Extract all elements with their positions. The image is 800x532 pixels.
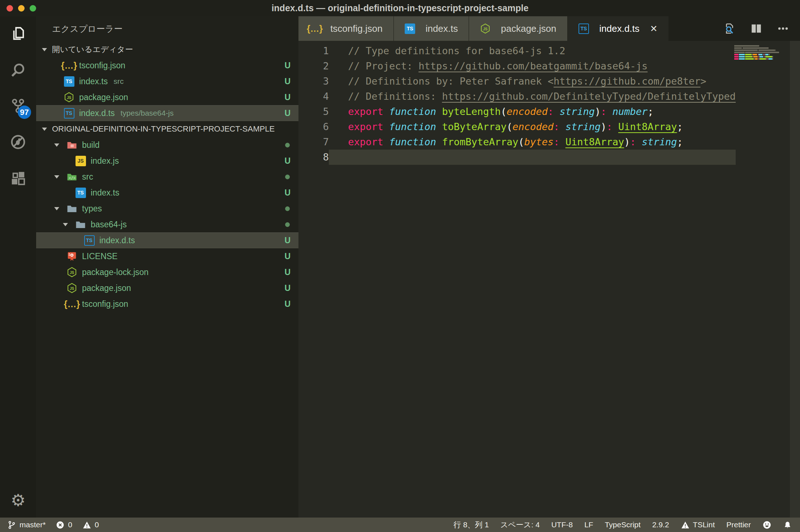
git-modified-dot-badge bbox=[285, 143, 290, 147]
minimap-segment bbox=[759, 58, 759, 60]
folder-plain-icon bbox=[66, 203, 77, 214]
line-number: 4 bbox=[298, 89, 329, 104]
close-tab-icon[interactable]: ✕ bbox=[650, 23, 658, 34]
minimap-segment bbox=[753, 56, 758, 57]
minimap-segment bbox=[734, 47, 742, 49]
activity-bar-item-explorer[interactable] bbox=[0, 16, 36, 52]
status-bar-left: master*00 bbox=[0, 520, 99, 529]
minimap-segment bbox=[775, 50, 776, 51]
activity-bar-item-search[interactable] bbox=[0, 52, 36, 89]
open-editor-item[interactable]: {…}tsconfig.jsonU bbox=[36, 57, 298, 73]
ts-outline-icon: TS bbox=[64, 108, 74, 119]
activity-bar-item-source-control[interactable]: 97 bbox=[0, 89, 36, 125]
status-item-indentation[interactable]: スペース: 4 bbox=[500, 520, 540, 530]
tree-folder-build[interactable]: build bbox=[36, 137, 298, 153]
minimap-segment bbox=[773, 58, 773, 60]
status-item-cursor-position[interactable]: 行 8、列 1 bbox=[453, 520, 489, 530]
git-status-badge: U bbox=[285, 252, 291, 261]
open-editor-item[interactable]: JSpackage.jsonU bbox=[36, 89, 298, 105]
explorer-sidebar: エクスプローラー 開いているエディター{…}tsconfig.jsonUTSin… bbox=[36, 16, 298, 518]
traffic-lights bbox=[7, 5, 36, 12]
status-item-label: Prettier bbox=[726, 520, 751, 529]
npm-icon: JS bbox=[64, 92, 74, 103]
collapse-arrow-icon[interactable] bbox=[42, 48, 47, 51]
debug-icon bbox=[10, 134, 26, 152]
status-item-tslint[interactable]: TSLint bbox=[681, 520, 715, 529]
open-editors-header[interactable]: 開いているエディター bbox=[36, 42, 298, 57]
status-item-label: 0 bbox=[95, 520, 99, 529]
npm-icon: JS bbox=[66, 267, 77, 278]
minimap-segment bbox=[745, 58, 753, 60]
file-label: src bbox=[82, 172, 93, 182]
collapse-arrow-icon[interactable] bbox=[54, 175, 59, 179]
more-actions-icon[interactable] bbox=[777, 22, 789, 35]
status-item-ts-version[interactable]: 2.9.2 bbox=[652, 520, 669, 529]
minimap-segment bbox=[766, 56, 772, 57]
code-line: // Type definitions for base64-js 1.2 bbox=[329, 43, 736, 59]
editor-actions bbox=[723, 16, 800, 41]
tree-file-package-lock.json[interactable]: JSpackage-lock.jsonU bbox=[36, 264, 298, 280]
file-label: package.json bbox=[82, 283, 131, 293]
tree-folder-src[interactable]: </>src bbox=[36, 169, 298, 185]
tree-file-tsconfig.json[interactable]: {…}tsconfig.jsonU bbox=[36, 296, 298, 312]
code-editor[interactable]: 12345678 // Type definitions for base64-… bbox=[298, 41, 800, 518]
line-numbers-gutter: 12345678 bbox=[298, 43, 329, 165]
minimap-segment bbox=[752, 54, 752, 55]
open-editor-item[interactable]: TSindex.tssrcU bbox=[36, 73, 298, 89]
status-item-prettier[interactable]: Prettier bbox=[726, 520, 751, 529]
status-item-git-branch[interactable]: master* bbox=[7, 520, 46, 529]
collapse-arrow-icon[interactable] bbox=[63, 223, 68, 226]
minimap[interactable] bbox=[734, 45, 788, 63]
gear-icon[interactable]: ⚙ bbox=[0, 483, 36, 518]
tab-index.d.ts[interactable]: TSindex.d.ts✕ bbox=[568, 16, 668, 41]
open-preview-icon[interactable] bbox=[723, 22, 736, 35]
split-editor-icon[interactable] bbox=[750, 22, 762, 35]
warning-icon bbox=[82, 520, 91, 529]
ts-icon: TS bbox=[64, 76, 74, 87]
smiley-icon bbox=[762, 520, 771, 529]
tab-package.json[interactable]: JSpackage.json bbox=[469, 16, 567, 41]
tree-file-index.d.ts[interactable]: TSindex.d.tsU bbox=[36, 232, 298, 248]
status-item-language[interactable]: TypeScript bbox=[605, 520, 641, 529]
collapse-arrow-icon[interactable] bbox=[42, 128, 47, 131]
code-line: // Definitions: https://github.com/Defin… bbox=[329, 89, 736, 104]
editor-scrollbar[interactable] bbox=[790, 41, 800, 518]
maximize-window-button[interactable] bbox=[30, 5, 36, 12]
minimap-segment bbox=[759, 56, 759, 57]
activity-bar-item-extensions[interactable] bbox=[0, 161, 36, 197]
status-item-warnings[interactable]: 0 bbox=[82, 520, 99, 529]
extensions-icon bbox=[10, 170, 26, 188]
tree-folder-types[interactable]: types bbox=[36, 201, 298, 216]
tab-index.ts[interactable]: TSindex.ts bbox=[394, 16, 469, 41]
activity-bar-item-debug[interactable] bbox=[0, 125, 36, 161]
tab-tsconfig.json[interactable]: {…}tsconfig.json bbox=[298, 16, 394, 41]
svg-text:JS: JS bbox=[70, 271, 74, 275]
tree-file-index.js[interactable]: JSindex.jsU bbox=[36, 153, 298, 169]
status-item-label: 行 8、列 1 bbox=[453, 520, 489, 530]
tree-file-index.ts[interactable]: TSindex.tsU bbox=[36, 185, 298, 201]
minimize-window-button[interactable] bbox=[18, 5, 25, 12]
tree-folder-base64-js[interactable]: base64-js bbox=[36, 216, 298, 232]
minimap-segment bbox=[739, 56, 745, 57]
status-item-notifications[interactable] bbox=[783, 520, 792, 529]
minimap-segment bbox=[773, 56, 773, 57]
close-window-button[interactable] bbox=[7, 5, 13, 12]
tree-file-LICENSE[interactable]: LICENSEU bbox=[36, 248, 298, 264]
minimap-segment bbox=[734, 45, 759, 47]
collapse-arrow-icon[interactable] bbox=[54, 143, 59, 147]
project-root-header[interactable]: ORIGINAL-DEFINITION-IN-TYPESCRIPT-PROJEC… bbox=[36, 121, 298, 137]
collapse-arrow-icon[interactable] bbox=[54, 207, 59, 210]
minimap-segment bbox=[734, 50, 758, 51]
svg-text:JS: JS bbox=[70, 287, 74, 291]
error-icon bbox=[56, 520, 65, 529]
status-item-errors[interactable]: 0 bbox=[56, 520, 72, 529]
minimap-segment bbox=[764, 54, 764, 55]
status-item-encoding[interactable]: UTF-8 bbox=[551, 520, 573, 529]
line-number: 2 bbox=[298, 59, 329, 74]
status-item-eol[interactable]: LF bbox=[584, 520, 593, 529]
npm-icon: JS bbox=[66, 283, 77, 293]
git-status-badge: U bbox=[285, 236, 291, 245]
status-item-feedback[interactable] bbox=[762, 520, 771, 529]
tree-file-package.json[interactable]: JSpackage.jsonU bbox=[36, 280, 298, 296]
open-editor-item[interactable]: TSindex.d.tstypes/base64-jsU bbox=[36, 105, 298, 121]
